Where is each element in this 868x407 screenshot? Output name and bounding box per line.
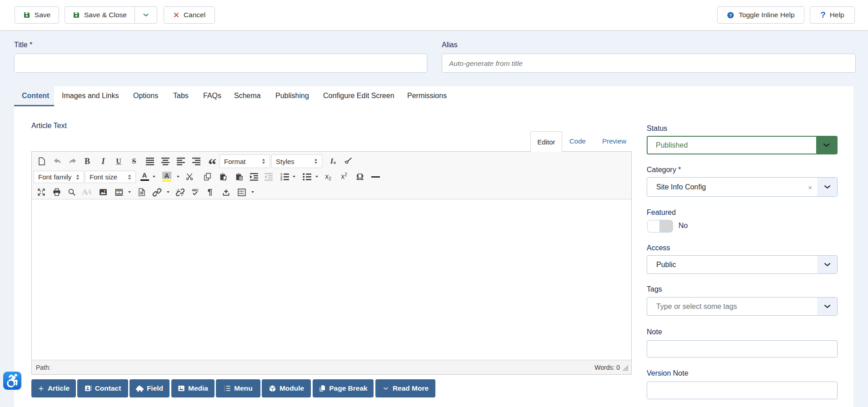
svg-text:3: 3 xyxy=(280,179,282,181)
svg-text:T: T xyxy=(239,176,242,180)
svg-text:?: ? xyxy=(729,13,732,17)
svg-text:ABC: ABC xyxy=(192,188,199,191)
